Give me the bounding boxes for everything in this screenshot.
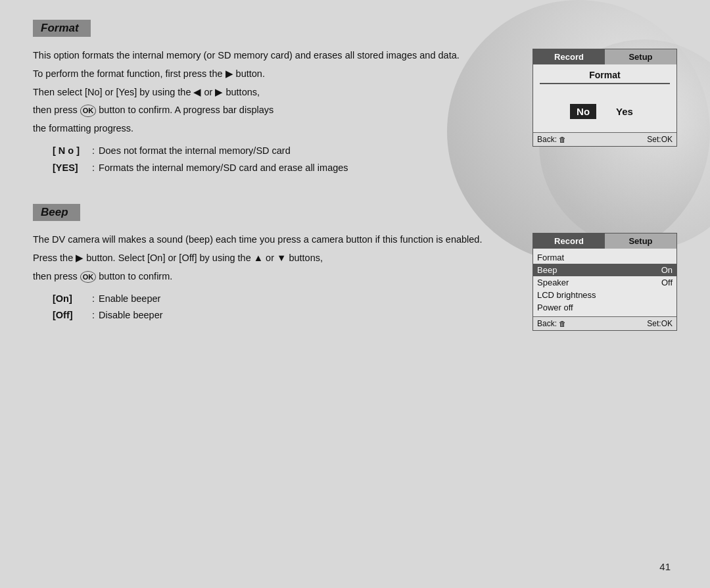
beep-list-item-lcd: LCD brightness (533, 289, 676, 301)
format-panel-footer: Back: Set:OK (533, 132, 676, 146)
format-legend-key-2: [YES] (53, 161, 92, 176)
format-heading-bar: Format (33, 20, 91, 37)
format-tab-record[interactable]: Record (533, 49, 605, 64)
beep-legend-desc-1: Enable beeper (99, 292, 160, 306)
beep-legend-key-2: [Off] (53, 308, 92, 323)
trash-icon-format (559, 135, 566, 144)
beep-legend-desc-2: Disable beeper (99, 308, 163, 323)
format-para4: then press OK button to confirm. A progr… (33, 103, 519, 118)
beep-list-val-beep: On (661, 265, 673, 275)
beep-section-body: The DV camera will makes a sound (beep) … (33, 233, 677, 331)
format-para2: To perform the format function, first pr… (33, 67, 519, 82)
format-text-area: This option formats the internal memory … (33, 49, 519, 178)
format-option-yes[interactable]: Yes (609, 104, 640, 119)
format-tab-setup[interactable]: Setup (605, 49, 676, 64)
format-section: Format This option formats the internal … (33, 20, 677, 178)
format-footer-set: Set:OK (647, 135, 673, 144)
beep-heading-text: Beep (41, 206, 68, 218)
format-panel-title: Format (540, 70, 670, 84)
beep-list-label-lcd: LCD brightness (537, 290, 596, 300)
beep-legend-key-1: [On] (53, 292, 92, 306)
beep-list-val-speaker: Off (661, 278, 673, 287)
beep-list-item-beep: Beep On (533, 264, 676, 276)
format-footer-back: Back: (537, 135, 566, 144)
ok-icon-format: OK (80, 105, 97, 117)
format-para1: This option formats the internal memory … (33, 49, 519, 63)
format-legend: [ N o ] : Does not format the internal m… (53, 144, 519, 176)
format-option-no[interactable]: No (570, 104, 596, 119)
beep-list-label-speaker: Speaker (537, 278, 569, 287)
format-para3: Then select [No] or [Yes] by using the ◀… (33, 86, 519, 100)
format-panel-body: Format No Yes (533, 64, 676, 132)
beep-text-area: The DV camera will makes a sound (beep) … (33, 233, 519, 326)
format-panel-header: Record Setup (533, 49, 676, 64)
beep-heading-bar: Beep (33, 204, 80, 221)
beep-panel-footer: Back: Set:OK (533, 316, 676, 330)
format-legend-desc-2: Formats the internal memory/SD card and … (99, 161, 348, 176)
format-legend-row-1: [ N o ] : Does not format the internal m… (53, 144, 519, 159)
beep-list-item-format: Format (533, 251, 676, 264)
beep-tab-setup[interactable]: Setup (605, 233, 676, 249)
format-section-body: This option formats the internal memory … (33, 49, 677, 178)
beep-cam-panel: Record Setup Format Beep On (532, 233, 677, 331)
beep-para2: Press the ▶ button. Select [On] or [Off]… (33, 251, 519, 266)
beep-list-label-format: Format (537, 253, 564, 262)
format-legend-row-2: [YES] : Formats the internal memory/SD c… (53, 161, 519, 176)
beep-panel-body: Format Beep On Speaker Off LCD bright (533, 249, 676, 316)
beep-footer-back: Back: (537, 319, 566, 328)
format-legend-key-1: [ N o ] (53, 144, 92, 159)
trash-icon-beep (559, 319, 566, 328)
format-heading-text: Format (41, 22, 79, 34)
beep-legend-row-1: [On] : Enable beeper (53, 292, 519, 306)
beep-para1: The DV camera will makes a sound (beep) … (33, 233, 519, 247)
format-options: No Yes (540, 104, 670, 119)
beep-tab-record[interactable]: Record (533, 233, 605, 249)
ok-icon-beep: OK (80, 271, 97, 283)
beep-list: Format Beep On Speaker Off LCD bright (533, 249, 676, 316)
beep-panel-header: Record Setup (533, 233, 676, 249)
beep-list-label-power: Power off (537, 303, 573, 312)
beep-legend: [On] : Enable beeper [Off] : Disable bee… (53, 292, 519, 324)
beep-footer-set: Set:OK (647, 319, 673, 328)
beep-list-item-speaker: Speaker Off (533, 276, 676, 289)
beep-legend-row-2: [Off] : Disable beeper (53, 308, 519, 323)
page-number: 41 (659, 561, 671, 572)
beep-list-item-power: Power off (533, 301, 676, 314)
format-legend-desc-1: Does not format the internal memory/SD c… (99, 144, 291, 159)
format-para5: the formatting progress. (33, 122, 519, 136)
format-cam-panel: Record Setup Format No Yes Back: Set:OK (532, 49, 677, 147)
beep-para3: then press OK button to confirm. (33, 270, 519, 284)
beep-section: Beep The DV camera will makes a sound (b… (33, 204, 677, 331)
section-gap (33, 184, 677, 204)
beep-list-label-beep: Beep (537, 265, 557, 275)
